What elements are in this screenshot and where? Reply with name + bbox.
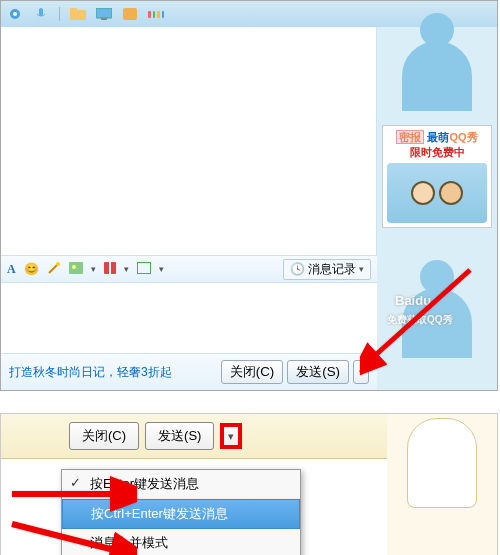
chat-window: 密报 最萌QQ秀 限时免费中 A 😊 ▾ ▾ ▾ xyxy=(0,0,498,391)
image-icon[interactable] xyxy=(69,262,83,277)
font-button[interactable]: A xyxy=(7,262,16,277)
screen-share-icon[interactable] xyxy=(96,6,112,22)
dropdown-icon[interactable]: ▾ xyxy=(91,264,96,274)
svg-rect-4 xyxy=(70,8,77,13)
zoom-close-button[interactable]: 关闭(C) xyxy=(69,422,139,450)
self-avatar-panel: Baidu 免费获取QQ秀 xyxy=(377,255,497,390)
footer-bar: 打造秋冬时尚日记，轻奢3折起 关闭(C) 发送(S) ▾ xyxy=(1,353,377,390)
svg-rect-5 xyxy=(96,8,112,18)
svg-rect-13 xyxy=(137,262,151,274)
mic-icon[interactable] xyxy=(33,6,49,22)
gift-icon[interactable] xyxy=(104,262,116,277)
svg-rect-9 xyxy=(69,262,83,274)
camera-icon[interactable] xyxy=(7,6,23,22)
dropdown-icon[interactable]: ▾ xyxy=(124,264,129,274)
apps-grid-icon[interactable] xyxy=(148,6,164,22)
screenshot-icon[interactable] xyxy=(137,262,151,277)
svg-rect-2 xyxy=(39,8,43,16)
annotation-arrow xyxy=(7,514,137,555)
app-icon[interactable] xyxy=(122,6,138,22)
history-button[interactable]: 🕓 消息记录 ▾ xyxy=(283,259,371,280)
zoom-panel: 关闭(C) 发送(S) ▾ ✓ 按Enter键发送消息 按Ctrl+Enter键… xyxy=(0,413,498,555)
svg-point-10 xyxy=(72,265,76,269)
zoom-footer-bar: 关闭(C) 发送(S) ▾ xyxy=(1,414,387,459)
svg-rect-6 xyxy=(101,18,107,20)
svg-rect-12 xyxy=(109,262,111,274)
svg-rect-7 xyxy=(123,8,137,20)
zoom-send-button[interactable]: 发送(S) xyxy=(145,422,214,450)
dropdown-icon[interactable]: ▾ xyxy=(159,264,164,274)
watermark-sub: 免费获取QQ秀 xyxy=(387,313,453,327)
zoom-send-dropdown[interactable]: ▾ xyxy=(220,423,242,449)
send-button[interactable]: 发送(S) xyxy=(287,360,349,384)
folder-icon[interactable] xyxy=(70,6,86,22)
contact-avatar[interactable] xyxy=(382,31,492,121)
zoom-avatar-panel xyxy=(387,414,497,555)
side-panel: 密报 最萌QQ秀 限时免费中 xyxy=(377,27,497,255)
promo-card[interactable]: 密报 最萌QQ秀 限时免费中 xyxy=(382,125,492,228)
send-options-dropdown[interactable]: ▾ xyxy=(353,360,369,384)
emoji-icon[interactable]: 😊 xyxy=(24,262,39,276)
svg-line-16 xyxy=(12,524,122,552)
avatar-body-icon xyxy=(407,418,477,508)
message-area xyxy=(1,27,377,255)
watermark-text: Baidu xyxy=(395,293,431,308)
magic-icon[interactable] xyxy=(47,261,61,278)
message-input[interactable] xyxy=(1,283,377,353)
footer-promo-link[interactable]: 打造秋冬时尚日记，轻奢3折起 xyxy=(9,364,172,381)
annotation-arrow xyxy=(7,474,137,514)
clock-icon: 🕓 xyxy=(290,262,305,276)
promo-illustration xyxy=(387,163,487,223)
svg-point-8 xyxy=(56,262,60,266)
format-toolbar: A 😊 ▾ ▾ ▾ 🕓 消息记录 ▾ xyxy=(1,255,377,283)
svg-point-1 xyxy=(13,12,17,16)
close-button[interactable]: 关闭(C) xyxy=(221,360,284,384)
